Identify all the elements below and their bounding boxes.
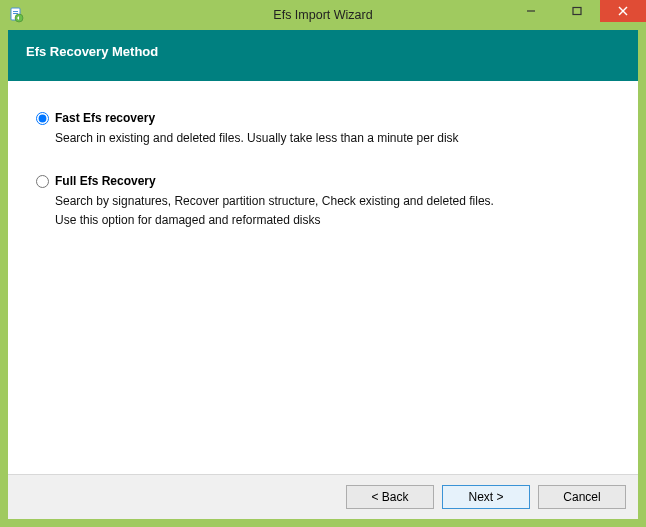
app-icon	[8, 7, 24, 23]
radio-fast-label[interactable]: Fast Efs recovery	[55, 111, 155, 125]
radio-full-label[interactable]: Full Efs Recovery	[55, 174, 156, 188]
back-button[interactable]: < Back	[346, 485, 434, 509]
window-controls	[508, 0, 646, 22]
close-button[interactable]	[600, 0, 646, 22]
titlebar: Efs Import Wizard	[0, 0, 646, 30]
option-full-desc: Search by signatures, Recover partition …	[55, 192, 616, 230]
option-full-desc-line1: Search by signatures, Recover partition …	[55, 192, 616, 211]
svg-rect-5	[573, 8, 581, 15]
svg-rect-2	[13, 13, 18, 14]
option-fast: Fast Efs recovery Search in existing and…	[36, 111, 616, 148]
next-button[interactable]: Next >	[442, 485, 530, 509]
wizard-header: Efs Recovery Method	[8, 30, 638, 81]
option-fast-desc: Search in existing and deleted files. Us…	[55, 129, 616, 148]
wizard-window: Efs Import Wizard Efs Recovery Method Fa…	[0, 0, 646, 527]
option-full: Full Efs Recovery Search by signatures, …	[36, 174, 616, 230]
minimize-button[interactable]	[508, 0, 554, 22]
wizard-content: Fast Efs recovery Search in existing and…	[8, 81, 638, 474]
wizard-header-title: Efs Recovery Method	[26, 44, 158, 59]
wizard-footer: < Back Next > Cancel	[8, 474, 638, 519]
maximize-button[interactable]	[554, 0, 600, 22]
svg-rect-1	[13, 11, 18, 12]
window-frame: Efs Recovery Method Fast Efs recovery Se…	[0, 30, 646, 527]
radio-fast[interactable]	[36, 112, 49, 125]
option-full-desc-line2: Use this option for damaged and reformat…	[55, 211, 616, 230]
cancel-button[interactable]: Cancel	[538, 485, 626, 509]
radio-full[interactable]	[36, 175, 49, 188]
